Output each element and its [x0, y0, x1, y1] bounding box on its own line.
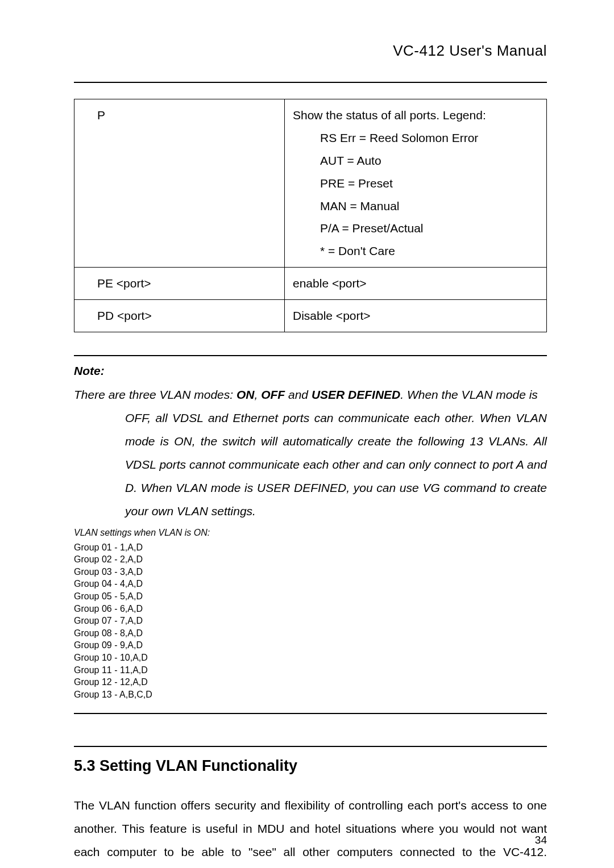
section-title: 5.3 Setting VLAN Functionality [74, 757, 547, 775]
note-off: OFF [261, 388, 285, 401]
p-line-0: Show the status of all ports. Legend: [293, 104, 538, 127]
cmd-p: P [74, 99, 285, 268]
cmd-pd: PD <port> [74, 300, 285, 332]
table-row: PE <port> enable <port> [74, 268, 547, 300]
p-line-5: P/A = Preset/Actual [293, 217, 538, 240]
note-pre: There are three VLAN modes: [74, 388, 237, 401]
note-user-defined: USER DEFINED [312, 388, 400, 401]
p-line-4: MAN = Manual [293, 195, 538, 218]
section-paragraph-1: The VLAN function offers security and fl… [74, 794, 547, 868]
vlan-groups-list: Group 01 - 1,A,D Group 02 - 2,A,D Group … [74, 541, 547, 701]
note-on: ON [237, 388, 255, 401]
note-rest: OFF, all VDSL and Ethernet ports can com… [125, 407, 547, 523]
p-line-3: PRE = Preset [293, 172, 538, 195]
cmd-p-desc: Show the status of all ports. Legend: RS… [285, 99, 547, 268]
note-sep2: and [285, 388, 312, 401]
cmd-pe-desc: enable <port> [285, 268, 547, 300]
page-number: 34 [535, 834, 547, 846]
note-sep1: , [254, 388, 261, 401]
p-line-2: AUT = Auto [293, 149, 538, 172]
vlan-settings-heading: VLAN settings when VLAN is ON: [74, 528, 547, 538]
p-line-6: * = Don't Care [293, 240, 538, 262]
cmd-pd-desc: Disable <port> [285, 300, 547, 332]
note-heading: Note: [74, 364, 547, 378]
table-row: P Show the status of all ports. Legend: … [74, 99, 547, 268]
cmd-pe: PE <port> [74, 268, 285, 300]
command-table: P Show the status of all ports. Legend: … [74, 99, 547, 332]
note-post: . When the VLAN mode is [400, 388, 538, 401]
note-line-1: There are three VLAN modes: ON, OFF and … [74, 383, 547, 407]
table-row: PD <port> Disable <port> [74, 300, 547, 332]
p-line-1: RS Err = Reed Solomon Error [293, 127, 538, 149]
page-header-title: VC-412 User's Manual [393, 42, 547, 60]
